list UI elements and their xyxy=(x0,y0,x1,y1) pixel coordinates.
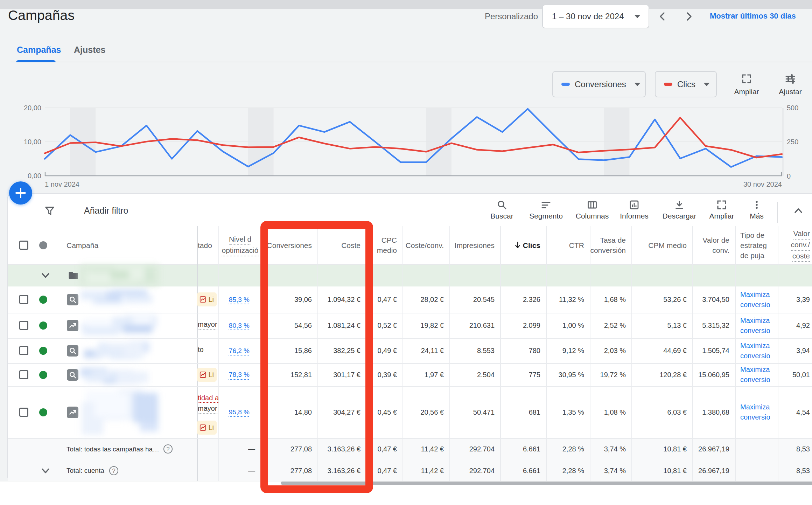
tab-campanas[interactable]: Campañas xyxy=(17,43,61,57)
bid-strategy-link[interactable]: Maximizaconversio xyxy=(740,386,777,438)
cell-valor_coste: 4,92 xyxy=(778,313,810,338)
cell-ctr: 30,95 % xyxy=(546,363,584,386)
search-campaign-icon xyxy=(69,371,77,379)
help-icon-wrap[interactable]: ? xyxy=(109,466,119,476)
optimization-score-link[interactable]: 78,3 % xyxy=(218,363,250,386)
toolbar-button-segmento[interactable]: Segmento xyxy=(525,200,567,220)
header-line: Valor xyxy=(793,228,810,240)
row-checkbox[interactable] xyxy=(19,321,28,330)
status-dot-enabled[interactable] xyxy=(39,371,47,379)
column-header-campana[interactable]: Campaña xyxy=(66,226,172,264)
column-header-coste-conv[interactable]: Coste/conv. xyxy=(402,226,444,264)
date-next-button[interactable] xyxy=(682,9,696,23)
column-header-impresiones[interactable]: Impresiones xyxy=(449,226,495,264)
bid-strategy-link[interactable]: Maximizaconversio xyxy=(740,338,777,363)
bid-strategy-link[interactable]: Maximizaconversio xyxy=(740,363,777,386)
row-checkbox[interactable] xyxy=(19,295,28,304)
chart-adjust-button[interactable]: Ajustar xyxy=(774,74,807,96)
bid-strategy-line: conversio xyxy=(740,300,777,310)
cell-impresiones: 20.545 xyxy=(449,286,495,313)
total-ctr: 2,28 % xyxy=(546,438,584,460)
filter-button[interactable] xyxy=(41,202,58,219)
campaign-type-search-icon xyxy=(67,369,78,381)
toolbar-button-label: Ampliar xyxy=(709,212,734,220)
fab-new-campaign-button[interactable] xyxy=(9,181,32,205)
column-header-tasa-conversion[interactable]: Tasa deconversión xyxy=(590,226,626,264)
limited-status-badge[interactable]: Li xyxy=(197,421,217,435)
bid-strategy-link[interactable]: Maximizaconversio xyxy=(740,286,777,313)
campaign-type-search-icon xyxy=(67,345,78,357)
limited-status-badge[interactable]: Li xyxy=(197,292,217,306)
column-header-valor-de-conv[interactable]: Valor deconv. xyxy=(692,226,729,264)
optimization-score-link[interactable]: 80,3 % xyxy=(218,313,250,338)
column-header-valor-conv-coste[interactable]: Valorconv./coste xyxy=(778,226,810,264)
chart-expand-button[interactable]: Ampliar xyxy=(730,74,763,96)
cell-impresiones: 210.631 xyxy=(449,313,495,338)
collapse-table-button[interactable] xyxy=(793,205,804,216)
column-header-nivel-optimizacion[interactable]: Nivel doptimizació xyxy=(220,226,260,264)
cell-cpm: 6,03 € xyxy=(631,386,687,438)
toolbar-button-descargar[interactable]: Descargar xyxy=(658,200,700,220)
header-line: Tipo de xyxy=(740,230,764,240)
date-prev-button[interactable] xyxy=(656,9,670,23)
total-tasa: 3,74 % xyxy=(590,460,626,481)
y-axis-right-tick: 250 xyxy=(787,137,812,147)
redaction-patch xyxy=(83,327,119,335)
bid-strategy-link[interactable]: Maximizaconversio xyxy=(740,313,777,338)
toolbar-separator xyxy=(777,202,778,223)
column-header-clics[interactable]: Clics xyxy=(500,226,540,264)
row-checkbox[interactable] xyxy=(19,370,28,379)
cell-cpm: 53,26 € xyxy=(631,286,687,313)
status-dot-enabled[interactable] xyxy=(39,321,47,330)
column-header-ctr[interactable]: CTR xyxy=(546,226,584,264)
toolbar-button-columnas[interactable]: Columnas xyxy=(571,200,613,220)
column-header-tipo-estrategia[interactable]: Tipo deestrategde puja xyxy=(740,226,777,264)
row-checkbox[interactable] xyxy=(19,408,28,417)
toolbar-button-buscar[interactable]: Buscar xyxy=(481,200,523,220)
search-campaign-icon xyxy=(69,296,77,304)
tab-ajustes[interactable]: Ajustes xyxy=(74,43,105,57)
column-header-cpm-medio[interactable]: CPM medio xyxy=(631,226,687,264)
total-coste_conv: 11,42 € xyxy=(402,460,444,481)
tab-label: Ajustes xyxy=(74,45,105,55)
collapse-account-icon[interactable] xyxy=(40,270,51,281)
chevron-down-icon xyxy=(40,270,51,281)
cell-clics: 2.326 xyxy=(500,286,540,313)
expand-account-total-icon[interactable] xyxy=(40,465,51,476)
chevron-left-icon xyxy=(657,11,668,22)
header-line: conv./ xyxy=(791,240,810,251)
optimization-score-link[interactable]: 76,2 % xyxy=(218,338,250,363)
toolbar-button-informes[interactable]: Informes xyxy=(613,200,655,220)
bid-strategy-line: Maximiza xyxy=(740,402,777,412)
toolbar-button-más[interactable]: Más xyxy=(736,200,778,220)
header-line: Valor de xyxy=(702,235,729,245)
cell-valor_conv: 1.505,74 xyxy=(692,338,729,363)
row-checkbox[interactable] xyxy=(19,346,28,355)
optimization-score-link[interactable]: 85,3 % xyxy=(218,286,250,313)
status-dot-enabled[interactable] xyxy=(39,408,47,416)
header-line: Impresiones xyxy=(455,240,495,250)
cell-ctr: 1,35 % xyxy=(546,386,584,438)
date-range-selector[interactable]: 1 – 30 nov de 2024 xyxy=(542,5,649,28)
status-dot-enabled[interactable] xyxy=(39,296,47,304)
limited-status-badge[interactable]: Li xyxy=(197,368,217,382)
select-all-checkbox[interactable] xyxy=(19,241,28,250)
header-line: conv. xyxy=(712,245,729,255)
total-ctr: 2,28 % xyxy=(546,460,584,481)
metric-selector-conversiones[interactable]: Conversiones xyxy=(552,71,646,97)
optimization-score-link[interactable]: 95,8 % xyxy=(218,386,250,438)
status-dot-enabled[interactable] xyxy=(39,347,47,355)
estado-cell: tidad amayorLi xyxy=(197,386,218,438)
header-line: optimizació xyxy=(222,245,258,256)
cell-clics: 780 xyxy=(500,338,540,363)
help-icon-wrap[interactable]: ? xyxy=(163,444,173,454)
add-filter-label[interactable]: Añadir filtro xyxy=(84,206,128,216)
show-last-30-days-link[interactable]: Mostrar últimos 30 días xyxy=(710,12,796,21)
estado-text: mayor xyxy=(198,320,217,330)
filter-funnel-icon xyxy=(44,206,55,216)
y-axis-left-tick: 0,00 xyxy=(0,171,41,181)
header-status-dot[interactable] xyxy=(39,241,47,249)
metric-selector-clics[interactable]: Clics xyxy=(655,71,717,97)
redacted-campaign-name xyxy=(80,289,155,311)
column-header-estado[interactable]: tado xyxy=(197,226,217,264)
